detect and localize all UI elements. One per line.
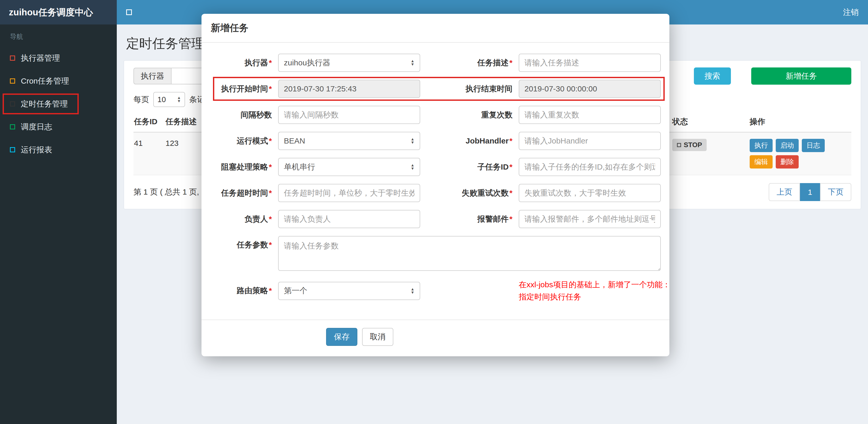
route-strategy-label: 路由策略* — [209, 286, 275, 296]
form-row: 运行模式* BEAN ▲▼ JobHandler* — [209, 132, 661, 150]
modal-title: 新增任务 — [211, 23, 248, 33]
sidebar-item-run-report[interactable]: 运行报表 — [0, 138, 117, 161]
prev-page-button[interactable]: 上页 — [769, 183, 800, 201]
required-asterisk: * — [509, 136, 513, 145]
search-button[interactable]: 搜索 — [694, 67, 731, 85]
col-actions: 操作 — [750, 117, 851, 127]
required-asterisk: * — [269, 85, 272, 93]
sidebar-item-executor-manage[interactable]: 执行器管理 — [0, 46, 117, 69]
edit-button[interactable]: 编辑 — [750, 155, 773, 168]
end-time-input[interactable] — [519, 80, 661, 98]
sidebar-item-timed-job-manage[interactable]: 定时任务管理 — [0, 93, 117, 116]
label-text: 任务参数 — [237, 240, 268, 249]
add-job-button[interactable]: 新增任务 — [751, 67, 851, 85]
retry-count-input[interactable] — [519, 184, 661, 202]
modal-body: 执行器* zuihou执行器 ▲▼ 任务描述* 执行开始时间* 执行结束时间 — [202, 43, 670, 312]
modal-header: 新增任务 — [202, 14, 670, 43]
run-mode-select[interactable]: BEAN ▲▼ — [278, 132, 420, 150]
col-status: 状态 — [672, 117, 750, 127]
run-mode-label: 运行模式* — [209, 136, 275, 146]
repeat-count-input[interactable] — [519, 106, 661, 124]
interval-input[interactable] — [278, 106, 420, 124]
page-1-button[interactable]: 1 — [800, 183, 820, 201]
label-text: 报警邮件 — [477, 215, 508, 223]
label-text: 路由策略 — [237, 286, 268, 295]
start-time-label: 执行开始时间* — [209, 84, 275, 94]
label-text: 任务超时时间 — [221, 189, 268, 197]
label-text: 任务描述 — [477, 58, 508, 67]
pagination-info: 第 1 页 ( 总共 1 页, 1 — [133, 187, 206, 197]
job-desc-input[interactable] — [519, 54, 661, 72]
feature-note: 在xxl-jobs项目的基础上，新增了一个功能： 指定时间执行任务 — [519, 279, 661, 303]
required-asterisk: * — [269, 240, 272, 249]
repeat-count-label: 重复次数 — [424, 110, 515, 120]
select-arrows-icon: ▲▼ — [177, 96, 181, 103]
square-icon — [10, 147, 15, 152]
per-page-label: 每页 — [133, 94, 149, 105]
sidebar-item-label: 定时任务管理 — [21, 99, 68, 109]
select-arrows-icon: ▲▼ — [410, 59, 414, 66]
required-asterisk: * — [269, 215, 272, 223]
child-jobid-label: 子任务ID* — [424, 162, 515, 172]
cell-job-id: 41 — [134, 139, 165, 148]
label-text: 间隔秒数 — [241, 110, 272, 119]
run-button[interactable]: 执行 — [750, 139, 773, 152]
executor-select[interactable]: zuihou执行器 ▲▼ — [278, 54, 420, 72]
job-param-textarea[interactable] — [278, 236, 661, 271]
logout-link[interactable]: 注销 — [843, 7, 859, 18]
pagination-group: 上页 1 下页 — [769, 183, 851, 201]
per-page-select[interactable]: 10 ▲▼ — [153, 92, 185, 107]
form-row: 间隔秒数 重复次数 — [209, 106, 661, 124]
end-time-label: 执行结束时间 — [424, 84, 515, 94]
square-icon — [10, 78, 15, 84]
start-button[interactable]: 启动 — [776, 139, 799, 152]
child-jobid-input[interactable] — [519, 158, 661, 176]
job-param-label: 任务参数* — [209, 236, 275, 250]
form-row: 阻塞处理策略* 单机串行 ▲▼ 子任务ID* — [209, 158, 661, 176]
app-brand: zuihou任务调度中心 — [0, 0, 117, 25]
sidebar-item-dispatch-log[interactable]: 调度日志 — [0, 116, 117, 138]
required-asterisk: * — [509, 58, 513, 67]
executor-label: 执行器* — [209, 58, 275, 68]
owner-label: 负责人* — [209, 214, 275, 225]
required-asterisk: * — [269, 286, 272, 295]
select-arrows-icon: ▲▼ — [410, 137, 414, 144]
alarm-email-input[interactable] — [519, 210, 661, 228]
label-text: 执行器 — [245, 58, 268, 67]
block-strategy-label: 阻塞处理策略* — [209, 162, 275, 172]
timeout-input[interactable] — [278, 184, 420, 202]
sidebar-item-cron-job-manage[interactable]: Cron任务管理 — [0, 69, 117, 93]
save-button[interactable]: 保存 — [326, 328, 358, 346]
jobhandler-input[interactable] — [519, 132, 661, 150]
sidebar-item-label: 调度日志 — [21, 122, 52, 132]
square-icon — [10, 101, 15, 106]
block-strategy-select[interactable]: 单机串行 ▲▼ — [278, 158, 420, 176]
status-text: STOP — [684, 141, 702, 149]
cancel-button[interactable]: 取消 — [362, 328, 393, 346]
form-row: 任务超时时间* 失败重试次数* — [209, 184, 661, 202]
sidebar-toggle-icon[interactable] — [126, 9, 132, 15]
next-page-button[interactable]: 下页 — [820, 183, 851, 201]
job-desc-label: 任务描述* — [424, 58, 515, 68]
select-arrows-icon: ▲▼ — [410, 164, 414, 170]
log-button[interactable]: 日志 — [802, 139, 825, 152]
note-line: 在xxl-jobs项目的基础上，新增了一个功能： — [519, 279, 661, 291]
owner-input[interactable] — [278, 210, 420, 228]
sidebar-item-label: 运行报表 — [21, 144, 52, 155]
select-value: 第一个 — [284, 286, 307, 296]
label-text: 执行结束时间 — [466, 85, 513, 93]
required-asterisk: * — [509, 163, 513, 171]
alarm-email-label: 报警邮件* — [424, 214, 515, 225]
required-asterisk: * — [269, 189, 272, 197]
interval-label: 间隔秒数 — [209, 110, 275, 120]
label-text: 失败重试次数 — [462, 189, 508, 197]
label-text: 子任务ID — [477, 163, 508, 171]
required-asterisk: * — [509, 215, 513, 223]
label-text: 执行开始时间 — [221, 85, 268, 93]
required-asterisk: * — [509, 189, 513, 197]
start-time-input[interactable] — [278, 80, 420, 98]
delete-button[interactable]: 删除 — [776, 155, 799, 168]
executor-filter-label: 执行器 — [133, 68, 171, 85]
route-strategy-select[interactable]: 第一个 ▲▼ — [278, 282, 420, 300]
form-row-job-param: 任务参数* — [209, 236, 661, 271]
